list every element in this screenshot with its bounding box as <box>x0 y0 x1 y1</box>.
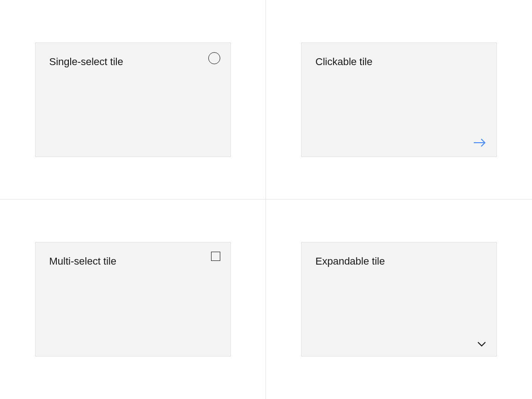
chevron-down-icon[interactable] <box>477 341 486 347</box>
multi-select-tile-label: Multi-select tile <box>49 255 217 267</box>
cell-expandable: Expandable tile <box>266 200 532 399</box>
checkbox-unchecked-icon <box>211 252 220 261</box>
single-select-tile-label: Single-select tile <box>49 56 217 68</box>
cell-clickable: Clickable tile <box>266 0 532 200</box>
expandable-tile[interactable]: Expandable tile <box>301 242 497 357</box>
tile-examples-grid: Single-select tile Clickable tile Multi-… <box>0 0 532 399</box>
single-select-tile[interactable]: Single-select tile <box>35 42 231 157</box>
radio-unchecked-icon <box>208 52 220 64</box>
expandable-tile-label: Expandable tile <box>315 255 483 267</box>
cell-single-select: Single-select tile <box>0 0 266 200</box>
arrow-right-icon <box>473 138 486 147</box>
clickable-tile[interactable]: Clickable tile <box>301 42 497 157</box>
multi-select-tile[interactable]: Multi-select tile <box>35 242 231 357</box>
clickable-tile-label: Clickable tile <box>315 56 483 68</box>
cell-multi-select: Multi-select tile <box>0 200 266 399</box>
